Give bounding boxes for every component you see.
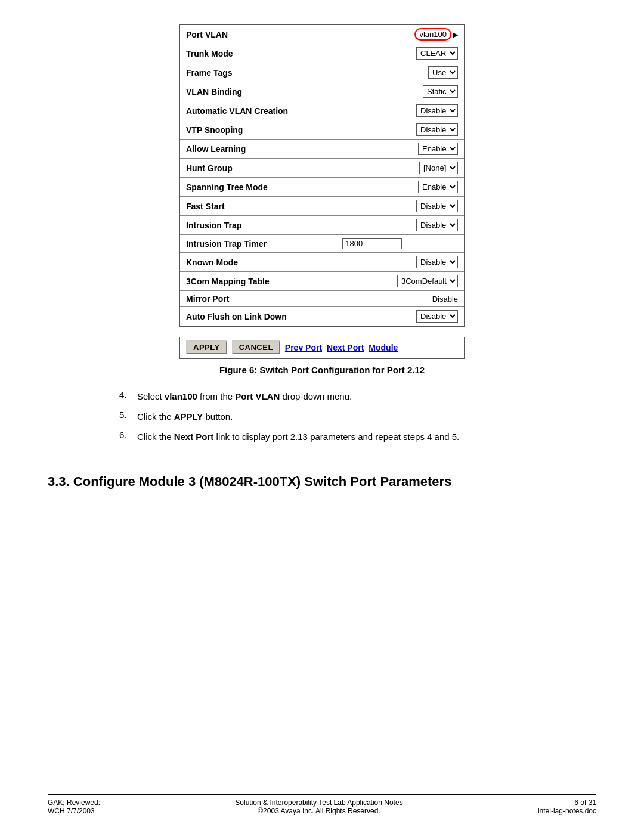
field-select[interactable]: Enable (418, 143, 458, 155)
row-value[interactable]: Disable (336, 216, 464, 235)
row-value[interactable]: vlan100 ▶ (336, 25, 464, 44)
row-value[interactable]: Use (336, 63, 464, 82)
footer-left: GAK; Reviewed: WCH 7/7/2003 (48, 798, 100, 815)
footer-center: Solution & Interoperability Test Lab App… (235, 798, 402, 815)
footer-right-line2: intel-lag-notes.doc (538, 807, 596, 815)
row-label: Known Mode (180, 253, 336, 272)
row-label: Mirror Port (180, 291, 336, 307)
table-row: Trunk ModeCLEAR (180, 44, 464, 63)
table-row: Auto Flush on Link DownDisable (180, 307, 464, 326)
footer: GAK; Reviewed: WCH 7/7/2003 Solution & I… (48, 794, 596, 815)
table-row: Hunt Group[None] (180, 159, 464, 178)
field-select[interactable]: Static (423, 85, 458, 98)
field-select[interactable]: Disable (416, 219, 458, 231)
list-part: button. (203, 411, 233, 422)
row-value[interactable]: CLEAR (336, 44, 464, 63)
action-bar: APPLY CANCEL Prev Port Next Port Module (179, 337, 465, 359)
list-part: Next Port (174, 432, 214, 442)
footer-right: 6 of 31 intel-lag-notes.doc (538, 798, 596, 815)
list-text: Click the APPLY button. (137, 410, 233, 424)
row-value: Disable (336, 291, 464, 307)
table-row: Automatic VLAN CreationDisable (180, 101, 464, 120)
field-select[interactable]: Disable (416, 123, 458, 136)
list-text: Select vlan100 from the Port VLAN drop-d… (137, 389, 352, 404)
row-label: Spanning Tree Mode (180, 178, 336, 197)
footer-left-line2: WCH 7/7/2003 (48, 807, 95, 815)
list-num: 5. (119, 410, 137, 424)
section-heading: 3.3. Configure Module 3 (M8024R-100TX) S… (48, 474, 451, 490)
row-value[interactable]: Disable (336, 101, 464, 120)
table-row: Mirror PortDisable (180, 291, 464, 307)
figure-caption: Figure 6: Switch Port Configuration for … (219, 365, 425, 375)
row-label: VTP Snooping (180, 120, 336, 140)
table-row: Frame TagsUse (180, 63, 464, 82)
row-label: Hunt Group (180, 159, 336, 178)
row-value[interactable]: Disable (336, 197, 464, 216)
table-row: VTP SnoopingDisable (180, 120, 464, 140)
table-row: 3Com Mapping Table3ComDefault (180, 272, 464, 291)
config-table: Port VLANvlan100 ▶Trunk ModeCLEARFrame T… (180, 25, 464, 326)
field-select[interactable]: 3ComDefault (397, 275, 458, 287)
footer-center-line2: ©2003 Avaya Inc. All Rights Reserved. (258, 807, 380, 815)
row-label: 3Com Mapping Table (180, 272, 336, 291)
prev-port-link[interactable]: Prev Port (285, 343, 322, 352)
list-part: drop-down menu. (280, 391, 352, 401)
table-row: Known ModeDisable (180, 253, 464, 272)
list-num: 6. (119, 430, 137, 444)
cancel-button[interactable]: CANCEL (232, 340, 280, 354)
vlan-highlight[interactable]: vlan100 (414, 28, 451, 41)
footer-right-line1: 6 of 31 (574, 798, 596, 807)
table-row: Port VLANvlan100 ▶ (180, 25, 464, 44)
list-item: 5.Click the APPLY button. (119, 410, 632, 424)
apply-button[interactable]: APPLY (186, 340, 227, 354)
row-label: Frame Tags (180, 63, 336, 82)
field-select[interactable]: CLEAR (416, 47, 458, 60)
next-port-link[interactable]: Next Port (327, 343, 364, 352)
config-table-wrapper: Port VLANvlan100 ▶Trunk ModeCLEARFrame T… (179, 24, 465, 327)
static-value: Disable (432, 295, 458, 304)
field-select[interactable]: Disable (416, 256, 458, 268)
row-label: Fast Start (180, 197, 336, 216)
row-label: Allow Learning (180, 140, 336, 159)
table-row: Spanning Tree ModeEnable (180, 178, 464, 197)
row-value[interactable]: Static (336, 82, 464, 101)
list-part: Port VLAN (235, 391, 280, 401)
field-select[interactable]: Disable (416, 200, 458, 212)
field-input[interactable] (342, 238, 402, 249)
row-label: VLAN Binding (180, 82, 336, 101)
table-row: Intrusion Trap Timer (180, 235, 464, 253)
list-part: link to display port 2.13 parameters and… (213, 432, 459, 442)
row-value[interactable]: Disable (336, 307, 464, 326)
field-select[interactable]: Disable (416, 104, 458, 117)
row-value[interactable]: Disable (336, 253, 464, 272)
row-label: Automatic VLAN Creation (180, 101, 336, 120)
dropdown-arrow-icon: ▶ (451, 31, 458, 38)
list-part: vlan100 (165, 391, 197, 401)
list-num: 4. (119, 389, 137, 404)
list-part: APPLY (174, 411, 203, 422)
field-select[interactable]: Enable (418, 181, 458, 193)
row-label: Intrusion Trap (180, 216, 336, 235)
table-row: Allow LearningEnable (180, 140, 464, 159)
list-part: Select (137, 391, 165, 401)
list-part: Click the (137, 411, 174, 422)
field-select[interactable]: Disable (416, 310, 458, 323)
footer-left-line1: GAK; Reviewed: (48, 798, 100, 807)
list-item: 6.Click the Next Port link to display po… (119, 430, 632, 444)
table-row: VLAN BindingStatic (180, 82, 464, 101)
row-value[interactable]: Enable (336, 178, 464, 197)
row-value[interactable]: Enable (336, 140, 464, 159)
field-select[interactable]: [None] (419, 162, 458, 174)
list-part: from the (197, 391, 235, 401)
row-label: Port VLAN (180, 25, 336, 44)
row-label: Intrusion Trap Timer (180, 235, 336, 253)
table-row: Intrusion TrapDisable (180, 216, 464, 235)
row-value[interactable]: [None] (336, 159, 464, 178)
row-value[interactable]: Disable (336, 120, 464, 140)
footer-center-line1: Solution & Interoperability Test Lab App… (235, 798, 402, 807)
field-select[interactable]: Use (428, 66, 458, 79)
row-label: Auto Flush on Link Down (180, 307, 336, 326)
row-value[interactable] (336, 235, 464, 253)
module-link[interactable]: Module (369, 343, 398, 352)
row-value[interactable]: 3ComDefault (336, 272, 464, 291)
